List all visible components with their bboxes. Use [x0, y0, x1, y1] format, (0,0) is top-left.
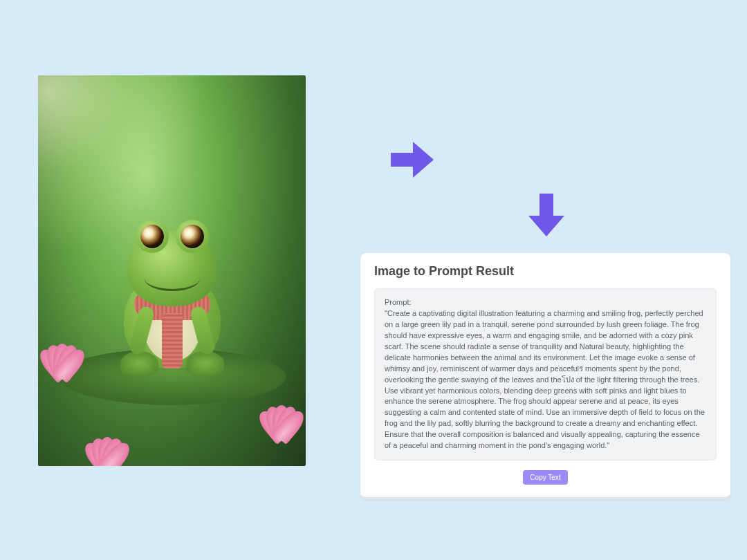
prompt-text-box: Prompt: "Create a captivating digital il…: [374, 288, 717, 460]
lotus-decoration: [38, 335, 93, 383]
result-title: Image to Prompt Result: [374, 264, 717, 279]
frog-decoration: [110, 216, 234, 368]
copy-text-button[interactable]: Copy Text: [523, 470, 567, 485]
lotus-decoration: [243, 386, 306, 445]
prompt-label: Prompt:: [385, 298, 412, 306]
arrow-right-icon: [391, 142, 434, 180]
arrow-down-icon: [528, 194, 564, 239]
input-image: [38, 75, 306, 466]
lotus-decoration: [73, 424, 142, 466]
result-card: Image to Prompt Result Prompt: "Create a…: [360, 253, 730, 499]
prompt-body: "Create a captivating digital illustrati…: [385, 309, 705, 449]
